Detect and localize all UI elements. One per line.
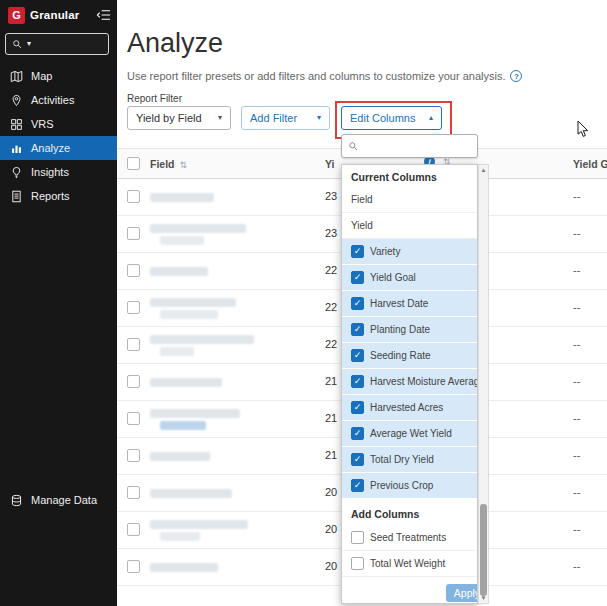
sidebar-item-manage-data[interactable]: Manage Data xyxy=(0,488,117,512)
column-option-label: Total Dry Yield xyxy=(370,454,434,465)
row-checkbox[interactable] xyxy=(127,338,140,351)
check-icon: ✓ xyxy=(354,273,362,282)
column-search-box[interactable] xyxy=(341,134,478,158)
column-option-label: Harvested Acres xyxy=(370,402,443,413)
redacted-field-name xyxy=(150,267,208,276)
checkbox-checked[interactable]: ✓ xyxy=(351,297,364,310)
row-checkbox[interactable] xyxy=(127,264,140,277)
redacted-field-name xyxy=(150,489,232,498)
checkbox-checked[interactable]: ✓ xyxy=(351,375,364,388)
chevron-down-icon[interactable]: ▾ xyxy=(27,40,31,48)
add-columns-header: Add Columns xyxy=(342,499,477,525)
column-option[interactable]: Total Wet Weight xyxy=(342,551,477,577)
column-search-input[interactable] xyxy=(363,140,471,153)
scrollbar-thumb[interactable] xyxy=(480,504,487,596)
logo-letter: G xyxy=(12,9,21,21)
redacted-field-name xyxy=(150,409,240,418)
yield-value: 23 xyxy=(325,190,337,202)
help-icon[interactable]: ? xyxy=(510,70,522,82)
checkbox-checked[interactable]: ✓ xyxy=(351,349,364,362)
edit-columns-panel: Current Columns Field Yield ✓ Variety ✓ … xyxy=(341,164,478,604)
yield-goal-value: -- xyxy=(573,523,580,535)
sidebar-item-map[interactable]: Map xyxy=(0,64,117,88)
row-checkbox[interactable] xyxy=(127,486,140,499)
yield-goal-value: -- xyxy=(573,412,580,424)
redacted-field-name xyxy=(160,421,206,430)
granular-logo: G xyxy=(8,7,25,24)
column-option[interactable]: ✓ Harvested Acres xyxy=(342,395,477,421)
column-option[interactable]: ✓ Seeding Rate xyxy=(342,343,477,369)
page-subtitle: Use report filter presets or add filters… xyxy=(127,70,522,82)
column-option[interactable]: ✓ Planting Date xyxy=(342,317,477,343)
sidebar-search[interactable]: ▾ xyxy=(5,33,109,55)
sidebar-item-insights[interactable]: Insights xyxy=(0,160,117,184)
select-all-checkbox[interactable] xyxy=(127,157,140,170)
row-checkbox[interactable] xyxy=(127,190,140,203)
panel-scrollbar[interactable]: ▲ ▼ xyxy=(478,164,489,604)
yield-goal-value: -- xyxy=(573,375,580,387)
checkbox-checked[interactable]: ✓ xyxy=(351,271,364,284)
apply-button[interactable]: Apply xyxy=(446,584,478,602)
collapse-sidebar-button[interactable] xyxy=(96,9,111,21)
map-icon xyxy=(10,70,23,83)
column-option[interactable]: ✓ Yield Goal xyxy=(342,265,477,291)
row-checkbox[interactable] xyxy=(127,227,140,240)
sidebar-item-reports[interactable]: Reports xyxy=(0,184,117,208)
report-filter-select[interactable]: Yield by Field ▾ xyxy=(127,106,231,130)
column-option[interactable]: ✓ Previous Crop xyxy=(342,473,477,499)
column-header-yield[interactable]: Yi xyxy=(325,158,335,170)
column-option-field[interactable]: Field xyxy=(342,187,477,213)
redacted-field-name xyxy=(150,378,222,387)
checkbox-checked[interactable]: ✓ xyxy=(351,479,364,492)
current-columns-header: Current Columns xyxy=(342,165,477,187)
column-option[interactable]: ✓ Total Dry Yield xyxy=(342,447,477,473)
yield-value: 22 xyxy=(325,264,337,276)
checkbox-checked[interactable]: ✓ xyxy=(351,245,364,258)
checkbox-checked[interactable]: ✓ xyxy=(351,427,364,440)
scroll-up-arrow-icon[interactable]: ▲ xyxy=(479,167,488,173)
yield-value: 21 xyxy=(325,449,337,461)
column-option[interactable]: ✓ Variety xyxy=(342,239,477,265)
column-option-label: Yield Goal xyxy=(370,272,416,283)
column-option[interactable]: ✓ Harvest Moisture Average xyxy=(342,369,477,395)
vrs-icon xyxy=(10,118,23,131)
sort-icon[interactable]: ⇅ xyxy=(180,160,188,170)
row-checkbox[interactable] xyxy=(127,523,140,536)
report-filter-value: Yield by Field xyxy=(136,112,202,124)
yield-goal-value: -- xyxy=(573,264,580,276)
column-option-label: Average Wet Yield xyxy=(370,428,452,439)
checkbox-unchecked[interactable] xyxy=(351,531,364,544)
add-filter-button[interactable]: Add Filter ▾ xyxy=(241,106,330,130)
cursor-pointer xyxy=(577,120,590,139)
sidebar-item-activities[interactable]: Activities xyxy=(0,88,117,112)
checkbox-unchecked[interactable] xyxy=(351,557,364,570)
row-checkbox[interactable] xyxy=(127,449,140,462)
row-checkbox[interactable] xyxy=(127,560,140,573)
checked-columns-list: ✓ Variety ✓ Yield Goal ✓ Harvest Date ✓ … xyxy=(342,239,477,499)
sidebar-item-vrs[interactable]: VRS xyxy=(0,112,117,136)
scroll-down-arrow-icon[interactable]: ▼ xyxy=(479,595,488,601)
column-option[interactable]: ✓ Harvest Date xyxy=(342,291,477,317)
column-option-label: Planting Date xyxy=(370,324,430,335)
redacted-field-name xyxy=(160,347,194,356)
yield-goal-value: -- xyxy=(573,449,580,461)
row-checkbox[interactable] xyxy=(127,301,140,314)
redacted-field-name xyxy=(150,520,248,529)
sidebar-item-label: Reports xyxy=(31,190,70,202)
column-option[interactable]: ✓ Average Wet Yield xyxy=(342,421,477,447)
checkbox-checked[interactable]: ✓ xyxy=(351,323,364,336)
column-option-yield[interactable]: Yield xyxy=(342,213,477,239)
sidebar-item-label: VRS xyxy=(31,118,54,130)
redacted-field-name xyxy=(160,310,218,319)
checkbox-checked[interactable]: ✓ xyxy=(351,401,364,414)
sidebar-item-analyze[interactable]: Analyze xyxy=(0,136,117,160)
edit-columns-button[interactable]: Edit Columns ▴ xyxy=(341,106,442,130)
column-header-yield-goal[interactable]: Yield Goal xyxy=(573,158,607,170)
row-checkbox[interactable] xyxy=(127,412,140,425)
row-checkbox[interactable] xyxy=(127,375,140,388)
column-header-field[interactable]: Field⇅ xyxy=(150,158,187,170)
checkbox-checked[interactable]: ✓ xyxy=(351,453,364,466)
column-option[interactable]: Seed Treatments xyxy=(342,525,477,551)
sidebar: G Granular ▾ Map xyxy=(0,0,117,606)
unchecked-columns-list: Seed Treatments Total Wet Weight xyxy=(342,525,477,577)
